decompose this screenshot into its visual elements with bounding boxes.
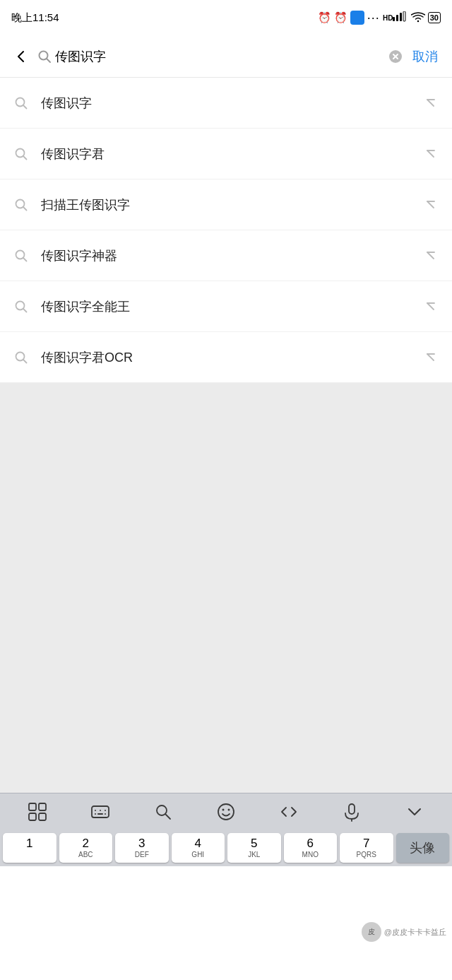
fill-arrow-icon bbox=[421, 246, 441, 266]
status-bar: 晚上11:54 ⏰ ⏰ ··· HD bbox=[0, 0, 452, 35]
mic-button[interactable] bbox=[333, 798, 370, 826]
key-3[interactable]: 3 DEF bbox=[115, 833, 169, 863]
key-special[interactable]: 头像 bbox=[396, 833, 450, 863]
alarm2-icon: ⏰ bbox=[334, 11, 347, 24]
back-button[interactable] bbox=[8, 44, 34, 69]
status-time: 晚上11:54 bbox=[11, 11, 59, 25]
chevron-down-button[interactable] bbox=[396, 798, 433, 826]
svg-rect-32 bbox=[92, 806, 109, 817]
search-suggestion-icon bbox=[11, 348, 31, 367]
grid-icon-button[interactable] bbox=[19, 798, 56, 826]
svg-line-6 bbox=[47, 59, 50, 62]
key-6[interactable]: 6 MNO bbox=[284, 833, 338, 863]
key-4[interactable]: 4 GHI bbox=[172, 833, 225, 863]
keyboard-toolbar bbox=[0, 793, 452, 830]
search-suggestion-icon bbox=[11, 246, 31, 266]
svg-rect-1 bbox=[393, 17, 395, 21]
svg-text:HD: HD bbox=[383, 14, 393, 22]
cancel-button[interactable]: 取消 bbox=[407, 48, 444, 65]
key-5[interactable]: 5 JKL bbox=[227, 833, 281, 863]
keyboard-icon-button[interactable] bbox=[82, 798, 119, 826]
signal-icon: HD bbox=[383, 11, 408, 24]
fill-arrow-icon bbox=[421, 297, 441, 317]
search-input-value: 传图识字 bbox=[55, 48, 106, 65]
list-item[interactable]: 传图识字君 bbox=[0, 129, 452, 179]
result-text: 传图识字君 bbox=[41, 146, 421, 163]
svg-line-14 bbox=[23, 156, 27, 160]
search-results-list: 传图识字 传图识字君 bbox=[0, 78, 452, 383]
result-text: 传图识字 bbox=[41, 95, 421, 112]
watermark-text: @皮皮卡卡卡益丘 bbox=[384, 927, 446, 938]
svg-rect-29 bbox=[39, 803, 46, 810]
list-item[interactable]: 传图识字全能王 bbox=[0, 281, 452, 332]
fill-arrow-icon bbox=[421, 93, 441, 113]
svg-line-26 bbox=[23, 360, 27, 363]
svg-rect-44 bbox=[349, 804, 355, 814]
svg-rect-31 bbox=[39, 813, 46, 820]
svg-rect-3 bbox=[400, 13, 402, 21]
keyboard-num-row: 1 2 ABC 3 DEF 4 GHI 5 JKL 6 MNO 7 PQRS 头… bbox=[0, 830, 452, 866]
search-kb-button[interactable] bbox=[145, 798, 182, 826]
watermark: 皮 @皮皮卡卡卡益丘 bbox=[362, 922, 446, 942]
search-input-container[interactable]: 传图识字 bbox=[55, 48, 384, 65]
wifi-icon bbox=[411, 12, 425, 23]
search-icon bbox=[34, 46, 55, 67]
svg-line-40 bbox=[165, 814, 170, 819]
avatar: 皮 bbox=[362, 922, 381, 942]
svg-line-23 bbox=[23, 309, 27, 312]
svg-point-41 bbox=[218, 804, 234, 820]
svg-rect-28 bbox=[29, 803, 36, 810]
more-icon: ··· bbox=[367, 11, 380, 25]
status-icons: ⏰ ⏰ ··· HD bbox=[318, 11, 441, 25]
alarm-icon: ⏰ bbox=[318, 11, 331, 24]
search-header: 传图识字 取消 bbox=[0, 35, 452, 78]
key-2[interactable]: 2 ABC bbox=[59, 833, 113, 863]
svg-rect-2 bbox=[396, 15, 398, 21]
result-text: 传图识字全能王 bbox=[41, 298, 421, 315]
list-item[interactable]: 传图识字 bbox=[0, 78, 452, 129]
result-text: 扫描王传图识字 bbox=[41, 196, 421, 213]
message-icon bbox=[350, 11, 364, 25]
key-7[interactable]: 7 PQRS bbox=[340, 833, 393, 863]
svg-point-42 bbox=[222, 808, 224, 810]
svg-rect-30 bbox=[29, 813, 36, 820]
fill-arrow-icon bbox=[421, 348, 441, 367]
search-suggestion-icon bbox=[11, 195, 31, 215]
fill-arrow-icon bbox=[421, 195, 441, 215]
result-text: 传图识字君OCR bbox=[41, 349, 421, 366]
search-suggestion-icon bbox=[11, 297, 31, 317]
list-item[interactable]: 传图识字神器 bbox=[0, 230, 452, 281]
svg-rect-4 bbox=[403, 11, 405, 21]
search-suggestion-icon bbox=[11, 93, 31, 113]
clear-button[interactable] bbox=[384, 45, 407, 68]
svg-line-17 bbox=[23, 207, 27, 211]
fill-arrow-icon bbox=[421, 144, 441, 164]
battery-indicator: 30 bbox=[428, 12, 441, 23]
key-1[interactable]: 1 bbox=[3, 833, 56, 863]
empty-area bbox=[0, 383, 452, 793]
emoji-button[interactable] bbox=[208, 798, 244, 826]
search-suggestion-icon bbox=[11, 144, 31, 164]
svg-line-20 bbox=[23, 258, 27, 261]
code-icon-button[interactable] bbox=[270, 798, 307, 826]
svg-point-43 bbox=[227, 808, 230, 810]
list-item[interactable]: 传图识字君OCR bbox=[0, 332, 452, 383]
svg-line-11 bbox=[23, 105, 27, 109]
result-text: 传图识字神器 bbox=[41, 247, 421, 264]
list-item[interactable]: 扫描王传图识字 bbox=[0, 179, 452, 230]
